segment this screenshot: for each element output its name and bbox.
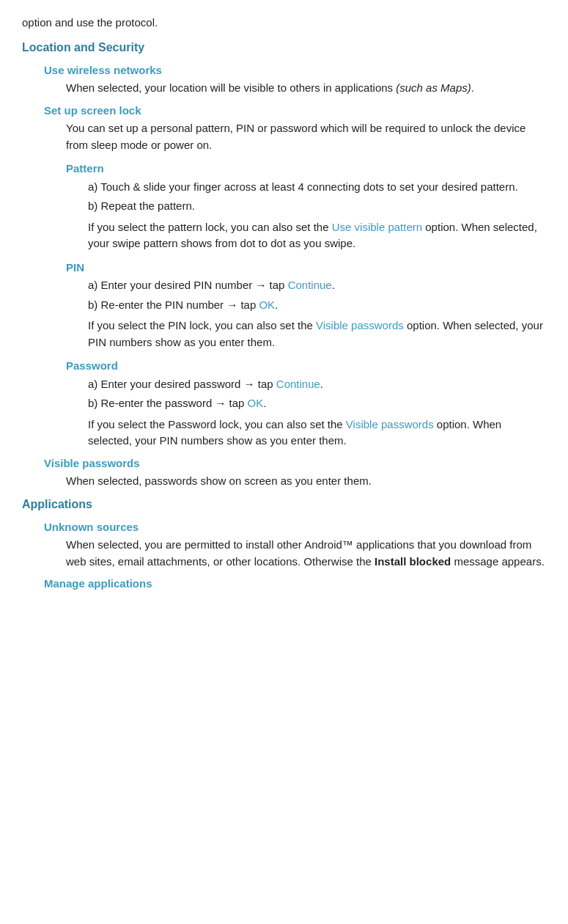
manage-applications-heading: Manage applications xyxy=(22,576,546,593)
pin-step-b: b) Re-enter the PIN number → tap OK. xyxy=(22,297,546,314)
password-note: If you select the Password lock, you can… xyxy=(22,417,546,450)
use-wireless-description: When selected, your location will be vis… xyxy=(22,80,546,97)
password-step-a: a) Enter your desired password → tap Con… xyxy=(22,376,546,393)
use-wireless-heading: Use wireless networks xyxy=(22,62,546,79)
location-security-heading: Location and Security xyxy=(22,39,546,56)
unknown-sources-section: Unknown sources When selected, you are p… xyxy=(22,519,546,571)
location-security-section: Location and Security Use wireless netwo… xyxy=(22,39,546,490)
unknown-sources-heading: Unknown sources xyxy=(22,519,546,536)
password-step-b: b) Re-enter the password → tap OK. xyxy=(22,395,546,412)
visible-passwords-description: When selected, passwords show on screen … xyxy=(22,473,546,490)
use-wireless-section: Use wireless networks When selected, you… xyxy=(22,62,546,97)
pin-section: PIN a) Enter your desired PIN number → t… xyxy=(22,260,546,351)
set-up-screen-lock-heading: Set up screen lock xyxy=(22,103,546,120)
pattern-heading: Pattern xyxy=(22,161,546,177)
password-section: Password a) Enter your desired password … xyxy=(22,358,546,450)
pattern-step-b: b) Repeat the pattern. xyxy=(22,198,546,215)
pin-note: If you select the PIN lock, you can also… xyxy=(22,318,546,351)
intro-text: option and use the protocol. xyxy=(22,15,546,32)
pattern-section: Pattern a) Touch & slide your finger acr… xyxy=(22,161,546,252)
pattern-note: If you select the pattern lock, you can … xyxy=(22,219,546,252)
visible-passwords-section: Visible passwords When selected, passwor… xyxy=(22,455,546,490)
pin-step-a: a) Enter your desired PIN number → tap C… xyxy=(22,277,546,294)
pattern-step-a: a) Touch & slide your finger across at l… xyxy=(22,179,546,196)
set-up-screen-lock-section: Set up screen lock You can set up a pers… xyxy=(22,103,546,450)
password-heading: Password xyxy=(22,358,546,375)
screen-lock-description: You can set up a personal pattern, PIN o… xyxy=(22,120,546,153)
pin-heading: PIN xyxy=(22,260,546,276)
visible-passwords-heading: Visible passwords xyxy=(22,455,546,472)
unknown-sources-description: When selected, you are permitted to inst… xyxy=(22,537,546,570)
manage-applications-section: Manage applications xyxy=(22,576,546,593)
applications-heading: Applications xyxy=(22,496,546,513)
applications-section: Applications Unknown sources When select… xyxy=(22,496,546,593)
